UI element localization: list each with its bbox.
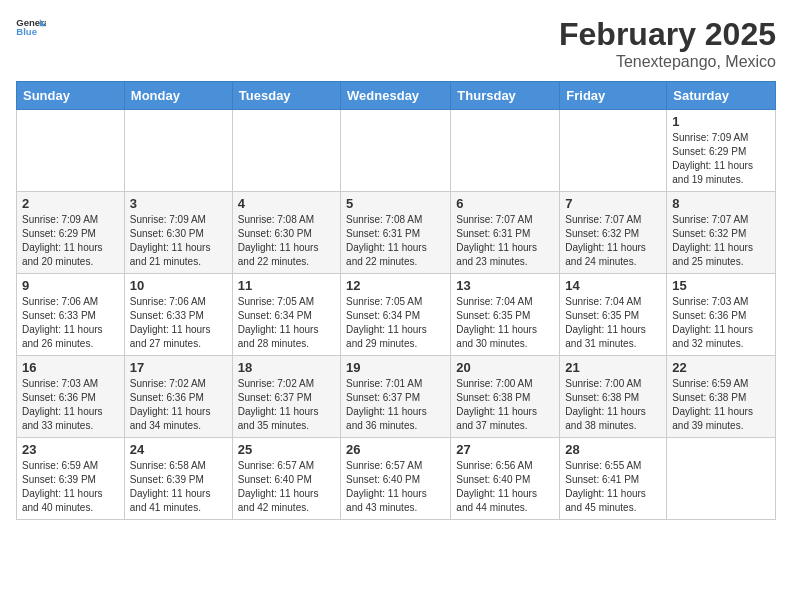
day-info: Sunrise: 7:08 AM Sunset: 6:31 PM Dayligh…: [346, 213, 445, 269]
day-info: Sunrise: 7:09 AM Sunset: 6:29 PM Dayligh…: [22, 213, 119, 269]
calendar-cell: 26Sunrise: 6:57 AM Sunset: 6:40 PM Dayli…: [341, 438, 451, 520]
day-number: 14: [565, 278, 661, 293]
calendar-cell: 15Sunrise: 7:03 AM Sunset: 6:36 PM Dayli…: [667, 274, 776, 356]
day-number: 18: [238, 360, 335, 375]
day-info: Sunrise: 7:09 AM Sunset: 6:29 PM Dayligh…: [672, 131, 770, 187]
calendar-cell: 8Sunrise: 7:07 AM Sunset: 6:32 PM Daylig…: [667, 192, 776, 274]
day-number: 8: [672, 196, 770, 211]
week-row-2: 9Sunrise: 7:06 AM Sunset: 6:33 PM Daylig…: [17, 274, 776, 356]
calendar-cell: 19Sunrise: 7:01 AM Sunset: 6:37 PM Dayli…: [341, 356, 451, 438]
weekday-header-friday: Friday: [560, 82, 667, 110]
day-info: Sunrise: 7:01 AM Sunset: 6:37 PM Dayligh…: [346, 377, 445, 433]
calendar-cell: 23Sunrise: 6:59 AM Sunset: 6:39 PM Dayli…: [17, 438, 125, 520]
day-number: 24: [130, 442, 227, 457]
calendar-cell: 1Sunrise: 7:09 AM Sunset: 6:29 PM Daylig…: [667, 110, 776, 192]
day-number: 1: [672, 114, 770, 129]
calendar-cell: 12Sunrise: 7:05 AM Sunset: 6:34 PM Dayli…: [341, 274, 451, 356]
calendar-cell: 18Sunrise: 7:02 AM Sunset: 6:37 PM Dayli…: [232, 356, 340, 438]
day-info: Sunrise: 7:07 AM Sunset: 6:32 PM Dayligh…: [672, 213, 770, 269]
calendar-cell: 5Sunrise: 7:08 AM Sunset: 6:31 PM Daylig…: [341, 192, 451, 274]
calendar-cell: 7Sunrise: 7:07 AM Sunset: 6:32 PM Daylig…: [560, 192, 667, 274]
day-number: 11: [238, 278, 335, 293]
calendar-cell: 4Sunrise: 7:08 AM Sunset: 6:30 PM Daylig…: [232, 192, 340, 274]
calendar-cell: 6Sunrise: 7:07 AM Sunset: 6:31 PM Daylig…: [451, 192, 560, 274]
calendar-cell: 9Sunrise: 7:06 AM Sunset: 6:33 PM Daylig…: [17, 274, 125, 356]
week-row-0: 1Sunrise: 7:09 AM Sunset: 6:29 PM Daylig…: [17, 110, 776, 192]
day-info: Sunrise: 7:03 AM Sunset: 6:36 PM Dayligh…: [22, 377, 119, 433]
calendar-cell: [17, 110, 125, 192]
day-number: 16: [22, 360, 119, 375]
day-info: Sunrise: 7:00 AM Sunset: 6:38 PM Dayligh…: [565, 377, 661, 433]
day-number: 7: [565, 196, 661, 211]
calendar-cell: 27Sunrise: 6:56 AM Sunset: 6:40 PM Dayli…: [451, 438, 560, 520]
day-number: 17: [130, 360, 227, 375]
day-info: Sunrise: 7:02 AM Sunset: 6:37 PM Dayligh…: [238, 377, 335, 433]
day-number: 9: [22, 278, 119, 293]
day-info: Sunrise: 6:59 AM Sunset: 6:38 PM Dayligh…: [672, 377, 770, 433]
calendar-cell: 13Sunrise: 7:04 AM Sunset: 6:35 PM Dayli…: [451, 274, 560, 356]
day-number: 15: [672, 278, 770, 293]
calendar-cell: 21Sunrise: 7:00 AM Sunset: 6:38 PM Dayli…: [560, 356, 667, 438]
day-number: 3: [130, 196, 227, 211]
calendar-cell: 10Sunrise: 7:06 AM Sunset: 6:33 PM Dayli…: [124, 274, 232, 356]
calendar-cell: 3Sunrise: 7:09 AM Sunset: 6:30 PM Daylig…: [124, 192, 232, 274]
day-info: Sunrise: 7:07 AM Sunset: 6:32 PM Dayligh…: [565, 213, 661, 269]
day-number: 13: [456, 278, 554, 293]
day-info: Sunrise: 7:04 AM Sunset: 6:35 PM Dayligh…: [456, 295, 554, 351]
week-row-4: 23Sunrise: 6:59 AM Sunset: 6:39 PM Dayli…: [17, 438, 776, 520]
calendar-cell: 16Sunrise: 7:03 AM Sunset: 6:36 PM Dayli…: [17, 356, 125, 438]
day-info: Sunrise: 7:03 AM Sunset: 6:36 PM Dayligh…: [672, 295, 770, 351]
day-info: Sunrise: 6:57 AM Sunset: 6:40 PM Dayligh…: [346, 459, 445, 515]
day-number: 23: [22, 442, 119, 457]
day-number: 6: [456, 196, 554, 211]
weekday-header-wednesday: Wednesday: [341, 82, 451, 110]
calendar-cell: 22Sunrise: 6:59 AM Sunset: 6:38 PM Dayli…: [667, 356, 776, 438]
calendar-cell: 20Sunrise: 7:00 AM Sunset: 6:38 PM Dayli…: [451, 356, 560, 438]
day-info: Sunrise: 6:58 AM Sunset: 6:39 PM Dayligh…: [130, 459, 227, 515]
day-info: Sunrise: 7:02 AM Sunset: 6:36 PM Dayligh…: [130, 377, 227, 433]
calendar-cell: 14Sunrise: 7:04 AM Sunset: 6:35 PM Dayli…: [560, 274, 667, 356]
day-number: 2: [22, 196, 119, 211]
day-info: Sunrise: 7:05 AM Sunset: 6:34 PM Dayligh…: [238, 295, 335, 351]
calendar-cell: [124, 110, 232, 192]
day-number: 19: [346, 360, 445, 375]
day-number: 5: [346, 196, 445, 211]
day-info: Sunrise: 7:07 AM Sunset: 6:31 PM Dayligh…: [456, 213, 554, 269]
header: General Blue February 2025 Tenextepango,…: [16, 16, 776, 71]
location-title: Tenextepango, Mexico: [559, 53, 776, 71]
day-info: Sunrise: 7:06 AM Sunset: 6:33 PM Dayligh…: [22, 295, 119, 351]
week-row-1: 2Sunrise: 7:09 AM Sunset: 6:29 PM Daylig…: [17, 192, 776, 274]
weekday-header-monday: Monday: [124, 82, 232, 110]
calendar-cell: [451, 110, 560, 192]
day-number: 27: [456, 442, 554, 457]
weekday-header-tuesday: Tuesday: [232, 82, 340, 110]
calendar-cell: [667, 438, 776, 520]
day-info: Sunrise: 7:06 AM Sunset: 6:33 PM Dayligh…: [130, 295, 227, 351]
day-info: Sunrise: 7:00 AM Sunset: 6:38 PM Dayligh…: [456, 377, 554, 433]
day-info: Sunrise: 6:56 AM Sunset: 6:40 PM Dayligh…: [456, 459, 554, 515]
calendar-cell: 2Sunrise: 7:09 AM Sunset: 6:29 PM Daylig…: [17, 192, 125, 274]
day-info: Sunrise: 6:55 AM Sunset: 6:41 PM Dayligh…: [565, 459, 661, 515]
day-number: 20: [456, 360, 554, 375]
day-number: 25: [238, 442, 335, 457]
day-number: 10: [130, 278, 227, 293]
day-number: 28: [565, 442, 661, 457]
calendar-cell: [232, 110, 340, 192]
calendar-cell: 11Sunrise: 7:05 AM Sunset: 6:34 PM Dayli…: [232, 274, 340, 356]
logo: General Blue: [16, 16, 46, 38]
weekday-header-saturday: Saturday: [667, 82, 776, 110]
day-info: Sunrise: 7:04 AM Sunset: 6:35 PM Dayligh…: [565, 295, 661, 351]
calendar-cell: 28Sunrise: 6:55 AM Sunset: 6:41 PM Dayli…: [560, 438, 667, 520]
day-number: 12: [346, 278, 445, 293]
day-info: Sunrise: 7:05 AM Sunset: 6:34 PM Dayligh…: [346, 295, 445, 351]
day-info: Sunrise: 7:09 AM Sunset: 6:30 PM Dayligh…: [130, 213, 227, 269]
weekday-header-row: SundayMondayTuesdayWednesdayThursdayFrid…: [17, 82, 776, 110]
day-number: 4: [238, 196, 335, 211]
week-row-3: 16Sunrise: 7:03 AM Sunset: 6:36 PM Dayli…: [17, 356, 776, 438]
weekday-header-thursday: Thursday: [451, 82, 560, 110]
title-area: February 2025 Tenextepango, Mexico: [559, 16, 776, 71]
month-title: February 2025: [559, 16, 776, 53]
day-number: 21: [565, 360, 661, 375]
day-number: 26: [346, 442, 445, 457]
calendar-cell: 24Sunrise: 6:58 AM Sunset: 6:39 PM Dayli…: [124, 438, 232, 520]
